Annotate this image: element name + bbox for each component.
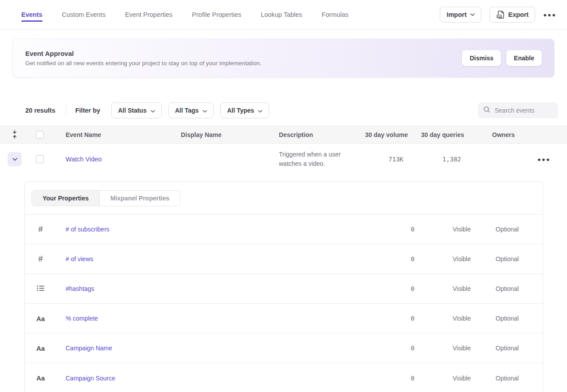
events-table-header: Event Name Display Name Description 30 d… (0, 126, 567, 144)
tab-your-properties[interactable]: Your Properties (32, 191, 100, 206)
property-name-link[interactable]: Campaign Source (56, 375, 361, 382)
property-name-link[interactable]: Campaign Name (56, 345, 361, 352)
banner-actions: Dismiss Enable (462, 50, 542, 66)
tab-events[interactable]: Events (21, 0, 43, 29)
property-requirement: Optional (496, 226, 543, 233)
header-30-day-volume: 30 day volume (353, 131, 408, 138)
collapse-row-button[interactable] (8, 152, 22, 166)
property-name-link[interactable]: # of subscribers (56, 226, 361, 233)
header-description: Description (265, 131, 353, 138)
tags-filter-dropdown[interactable]: All Tags (168, 102, 214, 118)
property-visibility: Visible (414, 226, 496, 233)
event-name-link[interactable]: Watch Video (66, 156, 102, 163)
banner-text: Event Approval Get notified on all new e… (20, 50, 262, 67)
property-row: Aa % complete 0 Visible Optional (25, 304, 543, 333)
dismiss-button[interactable]: Dismiss (462, 50, 501, 66)
search-input[interactable] (495, 107, 553, 114)
header-30-day-queries: 30 day queries (408, 131, 464, 138)
property-visibility: Visible (414, 345, 496, 352)
export-button[interactable]: csv Export (489, 7, 536, 23)
properties-panel: Your Properties Mixpanel Properties # # … (24, 181, 543, 392)
tags-filter-label: All Tags (175, 107, 199, 114)
property-visibility: Visible (414, 255, 496, 263)
tab-formulas[interactable]: Formulas (322, 0, 348, 29)
chevron-down-icon (258, 107, 262, 114)
types-filter-dropdown[interactable]: All Types (220, 102, 269, 118)
banner-title: Event Approval (25, 50, 262, 57)
tab-profile-properties[interactable]: Profile Properties (192, 0, 241, 29)
tab-mixpanel-properties[interactable]: Mixpanel Properties (100, 191, 180, 206)
tab-event-properties[interactable]: Event Properties (125, 0, 172, 29)
property-visibility: Visible (414, 285, 496, 292)
svg-text:csv: csv (497, 16, 501, 18)
property-visibility: Visible (414, 375, 496, 382)
header-display-name: Display Name (167, 131, 265, 138)
property-row: Aa Campaign Name 0 Visible Optional (25, 333, 543, 363)
chevron-down-icon (151, 107, 155, 114)
banner-description: Get notified on all new events entering … (25, 60, 262, 67)
property-name-link[interactable]: #hashtags (56, 285, 361, 292)
text-type-icon: Aa (36, 315, 45, 322)
property-count: 0 (361, 226, 414, 233)
property-name-link[interactable]: # of views (56, 255, 361, 263)
property-row: # # of subscribers 0 Visible Optional (25, 215, 543, 244)
csv-file-icon: csv (496, 10, 505, 19)
export-label: Export (508, 11, 529, 18)
property-count: 0 (361, 345, 414, 352)
status-filter-dropdown[interactable]: All Status (111, 102, 162, 118)
collapse-all-icon[interactable] (12, 130, 18, 140)
property-visibility: Visible (414, 315, 496, 322)
property-name-link[interactable]: % complete (56, 315, 361, 322)
property-requirement: Optional (496, 255, 543, 263)
event-row-watch-video: Watch Video Triggered when a user watche… (0, 144, 567, 175)
nav-tabs: Events Custom Events Event Properties Pr… (21, 0, 348, 29)
more-options-icon[interactable]: ●●● (543, 12, 556, 18)
properties-tabs-row: Your Properties Mixpanel Properties (25, 182, 543, 215)
row-menu-icon[interactable]: ●●● (537, 156, 551, 163)
enable-button[interactable]: Enable (506, 50, 542, 66)
filter-by-label: Filter by (75, 107, 100, 114)
top-nav: Events Custom Events Event Properties Pr… (0, 0, 567, 30)
header-event-name: Event Name (51, 131, 167, 138)
status-filter-label: All Status (118, 107, 147, 114)
property-count: 0 (361, 315, 414, 322)
results-count: 20 results (25, 107, 55, 114)
property-requirement: Optional (496, 375, 543, 382)
event-approval-banner: Event Approval Get notified on all new e… (12, 39, 555, 78)
select-all-checkbox[interactable] (36, 131, 44, 139)
event-volume: 713K (353, 156, 408, 163)
property-requirement: Optional (496, 285, 543, 292)
search-icon (483, 106, 490, 115)
tab-lookup-tables[interactable]: Lookup Tables (261, 0, 302, 29)
app-root: { "nav": { "tabs": [ { "label": "Events"… (0, 0, 567, 392)
number-type-icon: # (38, 255, 43, 264)
row-checkbox[interactable] (36, 155, 44, 163)
property-row: Aa Campaign Source 0 Visible Optional (25, 363, 543, 392)
properties-segmented-tabs: Your Properties Mixpanel Properties (31, 190, 180, 206)
list-type-icon (37, 285, 44, 293)
property-count: 0 (361, 375, 414, 382)
event-queries: 1,382 (408, 156, 464, 163)
filter-bar: 20 results Filter by All Status All Tags… (0, 102, 567, 118)
divider (66, 105, 66, 116)
property-row: # # of views 0 Visible Optional (25, 244, 543, 274)
property-row: #hashtags 0 Visible Optional (25, 274, 543, 304)
number-type-icon: # (38, 225, 43, 234)
nav-actions: Import csv Export ●●● (440, 7, 556, 23)
search-events-box (478, 102, 558, 118)
chevron-down-icon (470, 13, 475, 16)
types-filter-label: All Types (227, 107, 254, 114)
property-requirement: Optional (496, 345, 543, 352)
text-type-icon: Aa (36, 345, 45, 352)
header-owners: Owners (464, 131, 530, 138)
tab-custom-events[interactable]: Custom Events (62, 0, 106, 29)
import-label: Import (446, 11, 466, 18)
event-description: Triggered when a user watches a video. (265, 150, 353, 169)
property-count: 0 (361, 255, 414, 263)
text-type-icon: Aa (36, 374, 45, 382)
property-requirement: Optional (496, 315, 543, 322)
import-button[interactable]: Import (440, 7, 481, 23)
chevron-down-icon (203, 107, 207, 114)
property-count: 0 (361, 285, 414, 292)
